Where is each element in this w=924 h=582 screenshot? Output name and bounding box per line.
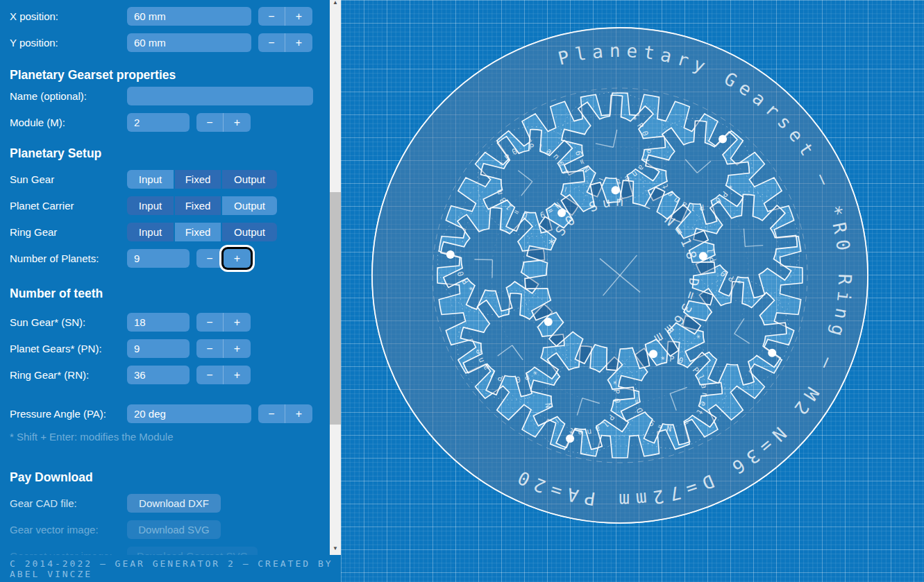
module-minus-button[interactable]: − <box>196 113 224 132</box>
pressure-angle-label: Pressure Angle (PA): <box>10 408 127 420</box>
pressure-angle-row: Pressure Angle (PA): 20 deg − + <box>10 404 330 423</box>
ring-gear-role-row: Ring Gear Input Fixed Output <box>10 223 330 241</box>
sun-gear-role-label: Sun Gear <box>10 173 127 185</box>
y-position-minus-button[interactable]: − <box>258 33 285 52</box>
sun-gear-fixed-button[interactable]: Fixed <box>175 170 221 189</box>
number-of-planets-plus-button[interactable]: + <box>224 249 251 268</box>
download-svg-button[interactable]: Download SVG <box>127 520 221 539</box>
planet-carrier-role-toggle: Input Fixed Output <box>127 196 277 215</box>
ring-teeth-input[interactable]: 36 <box>127 366 190 384</box>
download-gearset-svg-button[interactable]: Download Gearset SVG <box>127 547 258 555</box>
planet-teeth-input[interactable]: 9 <box>127 339 190 358</box>
number-of-planets-input[interactable]: 9 <box>127 249 190 268</box>
sun-gear-role-toggle: Input Fixed Output <box>127 170 277 189</box>
x-position-label: X position: <box>10 10 127 22</box>
pitch-point-dot <box>768 349 776 357</box>
planet-teeth-minus-button[interactable]: − <box>196 339 224 358</box>
sun-gear-output-button[interactable]: Output <box>222 170 277 189</box>
pressure-angle-minus-button[interactable]: − <box>258 404 285 423</box>
pressure-angle-plus-button[interactable]: + <box>285 404 312 423</box>
sun-teeth-input[interactable]: 18 <box>127 313 190 332</box>
pressure-angle-input[interactable]: 20 deg <box>127 404 251 423</box>
ring-teeth-stepper: − + <box>196 366 251 384</box>
footer-bar: C 2014-2022 – GEAR GENERATOR 2 – CREATED… <box>0 555 341 582</box>
y-position-plus-button[interactable]: + <box>285 33 312 52</box>
ring-gear-role-toggle: Input Fixed Output <box>127 223 277 241</box>
scrollbar-down-icon[interactable]: ▼ <box>330 543 341 554</box>
teeth-heading: Number of teeth <box>10 286 330 301</box>
settings-sidebar: X position: 60 mm − + Y position: 60 mm … <box>0 0 330 555</box>
cad-file-label: Gear CAD file: <box>10 497 127 509</box>
y-position-row: Y position: 60 mm − + <box>10 33 330 52</box>
module-row: Module (M): 2 − + <box>10 113 330 132</box>
planet-carrier-role-label: Planet Carrier <box>10 200 127 212</box>
planet-carrier-fixed-button[interactable]: Fixed <box>175 196 221 215</box>
copyright-text: C 2014-2022 – GEAR GENERATOR 2 – CREATED… <box>10 558 341 579</box>
y-position-stepper: − + <box>258 33 312 52</box>
scrollbar-up-icon[interactable]: ▲ <box>330 0 341 8</box>
pitch-point-dot <box>649 350 657 358</box>
ring-teeth-minus-button[interactable]: − <box>196 366 224 384</box>
ring-gear-input-button[interactable]: Input <box>127 223 174 241</box>
sun-teeth-minus-button[interactable]: − <box>196 313 224 332</box>
ring-teeth-label: Ring Gear* (RN): <box>10 369 127 381</box>
svg-download-row: Gear vector image: Download SVG <box>10 520 330 539</box>
module-label: Module (M): <box>10 117 127 128</box>
gearset-vector-image-label: Gearset vector image: <box>10 550 127 555</box>
name-input[interactable] <box>127 87 313 105</box>
gear-generator-app: X position: 60 mm − + Y position: 60 mm … <box>0 0 924 582</box>
pitch-point-dot <box>544 318 553 326</box>
ring-gear-output-button[interactable]: Output <box>222 223 277 241</box>
pitch-point-dot <box>612 186 620 194</box>
ring-teeth-plus-button[interactable]: + <box>224 366 251 384</box>
planet-teeth-row: Planet Gears* (PN): 9 − + <box>10 339 330 358</box>
y-position-input[interactable]: 60 mm <box>127 33 251 52</box>
module-plus-button[interactable]: + <box>224 113 251 132</box>
vector-image-label: Gear vector image: <box>10 524 127 536</box>
number-of-planets-row: Number of Planets: 9 − + <box>10 249 330 268</box>
planet-carrier-input-button[interactable]: Input <box>127 196 174 215</box>
download-dxf-button[interactable]: Download DXF <box>127 494 221 513</box>
setup-heading: Planetary Setup <box>10 146 330 161</box>
x-position-stepper: − + <box>258 7 312 26</box>
number-of-planets-label: Number of Planets: <box>10 253 127 264</box>
sun-teeth-stepper: − + <box>196 313 251 332</box>
pressure-angle-stepper: − + <box>258 404 312 423</box>
sun-teeth-row: Sun Gear* (SN): 18 − + <box>10 313 330 332</box>
name-row: Name (optional): <box>10 87 330 105</box>
module-input[interactable]: 2 <box>127 113 190 132</box>
planet-carrier-role-row: Planet Carrier Input Fixed Output <box>10 196 330 215</box>
sun-teeth-plus-button[interactable]: + <box>224 313 251 332</box>
cad-download-row: Gear CAD file: Download DXF <box>10 494 330 513</box>
x-position-plus-button[interactable]: + <box>285 7 312 26</box>
properties-heading: Planetary Gearset properties <box>10 67 330 83</box>
sun-gear-role-row: Sun Gear Input Fixed Output <box>10 170 330 189</box>
sun-teeth-label: Sun Gear* (SN): <box>10 316 127 328</box>
number-of-planets-stepper: − + <box>196 249 251 268</box>
pitch-point-dot <box>719 135 727 144</box>
pay-download-heading: Pay Download <box>10 470 330 485</box>
planet-teeth-plus-button[interactable]: + <box>224 339 251 358</box>
ring-gear-role-label: Ring Gear <box>10 226 127 238</box>
planet-teeth-label: Planet Gears* (PN): <box>10 343 127 354</box>
blueprint-canvas[interactable]: Planetary Gearset – *R0 Ring – M2 N=36 D… <box>341 0 924 582</box>
x-position-row: X position: 60 mm − + <box>10 7 330 26</box>
y-position-label: Y position: <box>10 37 127 49</box>
scrollbar-thumb[interactable] <box>330 192 341 425</box>
sun-gear-input-button[interactable]: Input <box>127 170 174 189</box>
module-stepper: − + <box>196 113 251 132</box>
x-position-minus-button[interactable]: − <box>258 7 285 26</box>
ring-teeth-row: Ring Gear* (RN): 36 − + <box>10 366 330 384</box>
planet-teeth-stepper: − + <box>196 339 251 358</box>
sidebar-scrollbar[interactable]: ▲ ▼ <box>330 0 341 555</box>
pitch-point-dot <box>446 250 455 259</box>
planet-carrier-output-button[interactable]: Output <box>222 196 277 215</box>
gearset-svg-download-row: Gearset vector image: Download Gearset S… <box>10 547 330 555</box>
number-of-planets-minus-button[interactable]: − <box>196 249 224 268</box>
name-label: Name (optional): <box>10 90 127 102</box>
shift-enter-hint: * Shift + Enter: modifies the Module <box>10 431 330 444</box>
ring-gear-fixed-button[interactable]: Fixed <box>175 223 221 241</box>
x-position-input[interactable]: 60 mm <box>127 7 251 26</box>
